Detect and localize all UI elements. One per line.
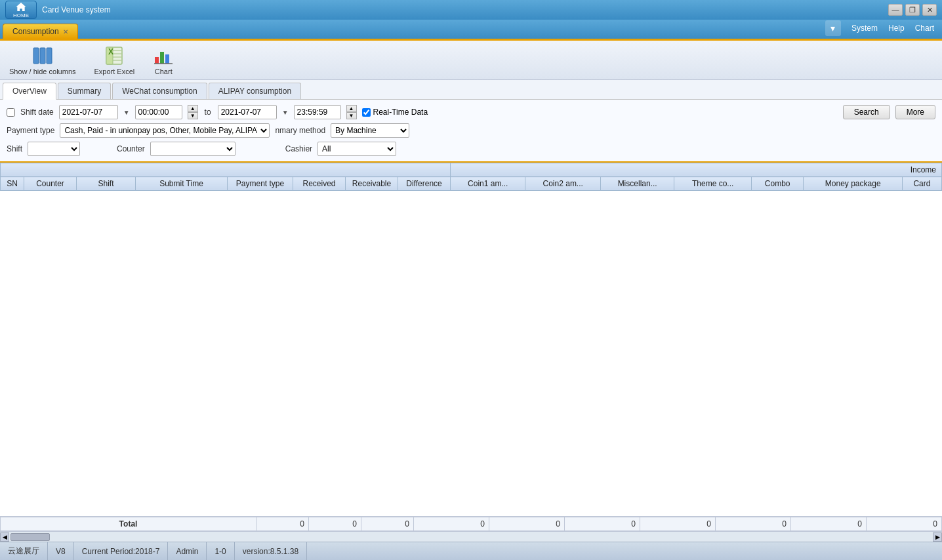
time-from-input[interactable]	[135, 105, 182, 119]
chart-icon	[153, 45, 174, 66]
tab-wechat[interactable]: WeChat consumption	[112, 83, 207, 99]
shift-label: Shift	[7, 144, 22, 153]
tab-alipay[interactable]: ALIPAY consumption	[209, 83, 301, 99]
consumption-tab[interactable]: Consumption ✕	[3, 24, 78, 39]
col-submit-time: Submit Time	[136, 177, 228, 191]
total-misc: 0	[565, 517, 640, 531]
payment-type-select[interactable]: Cash, Paid - in unionpay pos, Other, Mob…	[60, 123, 270, 138]
col-misc: Miscellan...	[600, 177, 674, 191]
svg-rect-0	[33, 48, 39, 64]
status-pages: 1-0	[207, 542, 234, 560]
total-coin2: 0	[489, 517, 565, 531]
export-excel-label: Export Excel	[94, 68, 135, 75]
more-button[interactable]: More	[895, 105, 935, 119]
col-combo: Combo	[751, 177, 804, 191]
shift-date-label: Shift date	[20, 108, 54, 117]
date-from-input[interactable]	[59, 105, 118, 119]
counter-label: Counter	[117, 144, 145, 153]
total-money-package: 0	[791, 517, 867, 531]
total-theme: 0	[640, 517, 716, 531]
status-admin: Admin	[168, 542, 207, 560]
col-shift: Shift	[77, 177, 136, 191]
svg-rect-1	[40, 48, 45, 64]
excel-icon: X	[104, 45, 125, 66]
time-to-input[interactable]	[294, 105, 341, 119]
scroll-thumb[interactable]	[10, 533, 50, 541]
total-received: 0	[256, 517, 309, 531]
date-to-input[interactable]	[218, 105, 277, 119]
system-nav[interactable]: System	[851, 24, 878, 33]
total-row: Total 0 0 0 0 0 0 0 0 0 0	[0, 516, 942, 531]
svg-rect-10	[155, 57, 159, 64]
chart-button[interactable]: Chart	[149, 43, 178, 78]
data-table: Income SN Counter Shift Submit Time Paym…	[0, 163, 942, 191]
tab-label: Consumption	[12, 27, 59, 36]
shift-select[interactable]	[28, 142, 80, 156]
col-sn: SN	[1, 177, 24, 191]
show-hide-columns-button[interactable]: Show / hide columns	[5, 43, 80, 78]
col-coin2: Coin2 am...	[525, 177, 600, 191]
col-receivable: Receivable	[346, 177, 398, 191]
time-from-down[interactable]: ▼	[188, 112, 198, 119]
col-payment-type: Payment type	[228, 177, 293, 191]
tab-close-icon[interactable]: ✕	[63, 28, 68, 35]
svg-rect-11	[160, 52, 164, 64]
cashier-label: Cashier	[285, 144, 312, 153]
close-button[interactable]: ✕	[922, 4, 937, 16]
col-difference: Difference	[398, 177, 451, 191]
shift-date-checkbox[interactable]	[7, 108, 15, 117]
total-coin1: 0	[414, 517, 489, 531]
total-difference: 0	[361, 517, 414, 531]
chart-nav[interactable]: Chart	[915, 24, 934, 33]
status-venue: 云途展厅	[0, 542, 48, 560]
minimize-button[interactable]: —	[888, 4, 903, 16]
scroll-right-arrow[interactable]: ▶	[933, 532, 942, 542]
status-app-version: version:8.5.1.38	[235, 542, 307, 560]
columns-icon	[32, 45, 53, 66]
status-bar: 云途展厅 V8 Current Period:2018-7 Admin 1-0 …	[0, 542, 942, 560]
realtime-checkbox[interactable]	[362, 108, 371, 117]
status-version: V8	[48, 542, 74, 560]
payment-type-label: Payment type	[7, 126, 54, 135]
dropdown-icon[interactable]: ▾	[825, 20, 841, 36]
data-table-container: Income SN Counter Shift Submit Time Paym…	[0, 163, 942, 516]
total-receivable: 0	[309, 517, 361, 531]
horizontal-scrollbar[interactable]: ◀ ▶	[0, 531, 942, 542]
show-hide-label: Show / hide columns	[9, 68, 76, 75]
time-to-down[interactable]: ▼	[346, 112, 357, 119]
title-bar: HOME Card Venue system — ❐ ✕	[0, 0, 942, 20]
restore-button[interactable]: ❐	[905, 4, 920, 16]
realtime-label: Real-Time Data	[362, 108, 428, 117]
col-money-package: Money package	[804, 177, 902, 191]
svg-rect-2	[47, 48, 52, 64]
home-label: HOME	[13, 12, 29, 18]
chart-label: Chart	[155, 68, 173, 75]
cashier-select[interactable]: All	[317, 142, 396, 156]
help-nav[interactable]: Help	[888, 24, 905, 33]
app-title: Card Venue system	[42, 5, 111, 14]
inner-tab-bar: OverView Summary WeChat consumption ALIP…	[0, 80, 942, 100]
scroll-left-arrow[interactable]: ◀	[0, 532, 9, 542]
counter-select[interactable]	[150, 142, 236, 156]
summary-method-label: nmary method	[275, 126, 325, 135]
col-theme: Theme co...	[674, 177, 752, 191]
filter-area: Shift date ▼ ▲ ▼ to ▼ ▲ ▼ Real-Time Data…	[0, 100, 942, 163]
total-label: Total	[1, 517, 256, 531]
total-card: 0	[867, 517, 942, 531]
tab-bar: Consumption ✕ ▾ System Help Chart	[0, 20, 942, 41]
tab-summary[interactable]: Summary	[58, 83, 111, 99]
tab-overview[interactable]: OverView	[3, 83, 56, 100]
home-button[interactable]: HOME	[5, 1, 37, 19]
export-excel-button[interactable]: X Export Excel	[91, 43, 139, 78]
window-controls: — ❐ ✕	[888, 4, 937, 16]
toolbar: Show / hide columns X Export Excel	[0, 41, 942, 80]
total-combo: 0	[716, 517, 791, 531]
col-counter: Counter	[24, 177, 77, 191]
summary-method-select[interactable]: By Machine By Cashier By Counter	[331, 123, 409, 138]
col-received: Received	[293, 177, 346, 191]
time-from-up[interactable]: ▲	[188, 105, 198, 112]
time-to-up[interactable]: ▲	[346, 105, 357, 112]
search-button[interactable]: Search	[843, 105, 890, 119]
svg-text:X: X	[108, 47, 113, 56]
svg-rect-12	[165, 54, 169, 64]
